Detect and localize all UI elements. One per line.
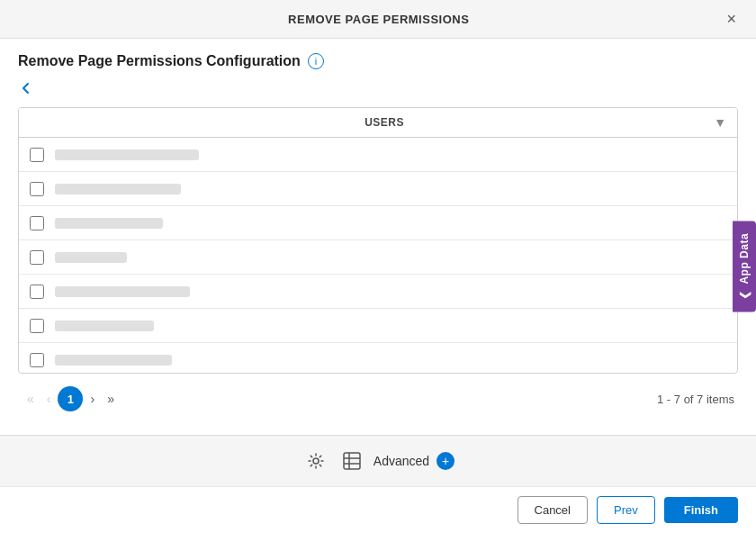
table-row bbox=[19, 206, 737, 240]
page-1-button[interactable]: 1 bbox=[58, 386, 83, 411]
modal-header: REMOVE PAGE PERMISSIONS × bbox=[0, 0, 756, 39]
row-checkbox-1[interactable] bbox=[30, 148, 44, 162]
table-row bbox=[19, 309, 737, 343]
config-title: Remove Page Permissions Configuration bbox=[18, 53, 301, 69]
row-checkbox-2[interactable] bbox=[30, 182, 44, 196]
modal-body: Remove Page Permissions Configuration i … bbox=[0, 39, 756, 435]
prev-button[interactable]: Prev bbox=[597, 496, 655, 524]
user-name-6 bbox=[55, 321, 154, 331]
users-table: USERS ▼ bbox=[18, 107, 738, 374]
app-data-label: App Data bbox=[738, 233, 751, 285]
next-page-button[interactable]: › bbox=[85, 389, 100, 409]
user-name-1 bbox=[55, 149, 199, 160]
row-checkbox-3[interactable] bbox=[30, 216, 44, 230]
last-page-button[interactable]: » bbox=[102, 389, 120, 409]
svg-point-0 bbox=[313, 458, 319, 464]
pagination-info: 1 - 7 of 7 items bbox=[657, 393, 734, 406]
user-name-2 bbox=[55, 184, 181, 194]
row-checkbox-5[interactable] bbox=[30, 285, 44, 299]
modal-actions: Cancel Prev Finish bbox=[0, 486, 756, 533]
user-name-5 bbox=[55, 286, 190, 297]
pagination-row: « ‹ 1 › » 1 - 7 of 7 items bbox=[18, 377, 738, 420]
svg-rect-1 bbox=[344, 453, 360, 469]
settings-icon[interactable] bbox=[302, 447, 330, 475]
advanced-add-button[interactable]: + bbox=[436, 452, 454, 470]
cancel-button[interactable]: Cancel bbox=[518, 496, 588, 524]
first-page-button[interactable]: « bbox=[22, 389, 40, 409]
info-icon[interactable]: i bbox=[308, 53, 324, 69]
finish-button[interactable]: Finish bbox=[664, 497, 738, 523]
table-header: USERS ▼ bbox=[19, 108, 737, 138]
app-data-tab[interactable]: ❮ App Data bbox=[733, 221, 756, 312]
row-checkbox-7[interactable] bbox=[30, 353, 44, 367]
advanced-label: Advanced bbox=[374, 454, 429, 468]
config-title-row: Remove Page Permissions Configuration i bbox=[18, 53, 738, 69]
footer-bar: Advanced + bbox=[0, 435, 756, 486]
table-row bbox=[19, 172, 737, 206]
user-name-7 bbox=[55, 355, 172, 366]
pagination-controls: « ‹ 1 › » bbox=[22, 386, 120, 411]
table-row bbox=[19, 240, 737, 275]
back-button[interactable] bbox=[18, 80, 738, 96]
table-row bbox=[19, 343, 737, 374]
app-data-chevron: ❮ bbox=[738, 290, 751, 300]
user-name-4 bbox=[55, 252, 127, 263]
prev-page-button[interactable]: ‹ bbox=[41, 389, 57, 409]
user-name-3 bbox=[55, 218, 163, 229]
modal-title: REMOVE PAGE PERMISSIONS bbox=[36, 13, 721, 26]
row-checkbox-4[interactable] bbox=[30, 250, 44, 265]
users-column-header: USERS bbox=[55, 116, 714, 129]
close-button[interactable]: × bbox=[721, 9, 742, 29]
modal-container: REMOVE PAGE PERMISSIONS × Remove Page Pe… bbox=[0, 0, 756, 533]
table-row bbox=[19, 275, 737, 309]
filter-icon[interactable]: ▼ bbox=[714, 115, 726, 130]
row-checkbox-6[interactable] bbox=[30, 319, 44, 333]
back-arrow-icon bbox=[18, 80, 34, 96]
table-icon[interactable] bbox=[338, 447, 366, 475]
table-row bbox=[19, 138, 737, 172]
